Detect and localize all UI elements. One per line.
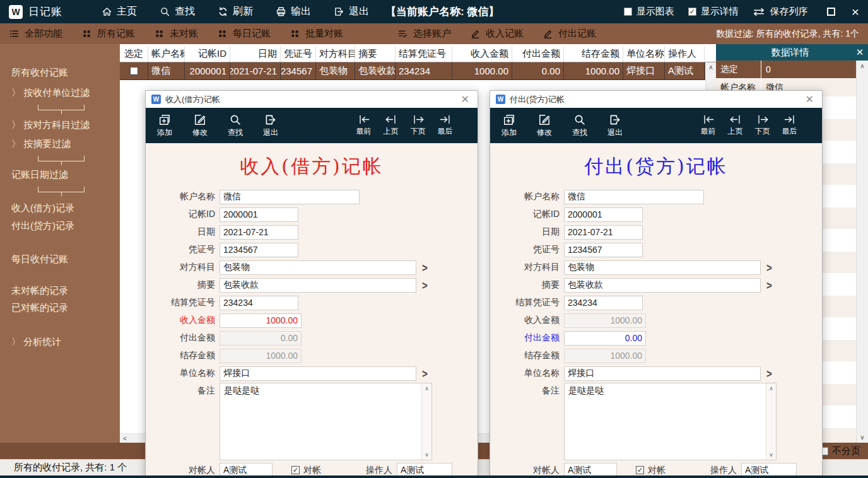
field-unit-name-input[interactable]: 焊接口 — [564, 366, 761, 381]
toolbar-expense-entry[interactable]: 付出记账 — [542, 28, 596, 40]
chevron-right-icon[interactable]: > — [422, 366, 428, 380]
field-unit-name-input[interactable]: 焊接口 — [220, 366, 416, 381]
expense-dialog-add-button[interactable]: 添加 — [491, 114, 527, 138]
field-income-amount-input[interactable]: 1000.00 — [220, 313, 302, 328]
toolbar-batch-reconcile[interactable]: 批量对账 — [290, 28, 343, 40]
chevron-right-icon[interactable]: > — [422, 260, 428, 274]
toolbar-unreconciled[interactable]: 未对账 — [154, 28, 198, 40]
column-header-3[interactable]: 日期 — [230, 46, 281, 62]
field-note-input[interactable]: 是哒是哒∧∨ — [220, 383, 432, 460]
column-header-5[interactable]: 对方科目 — [316, 46, 355, 62]
field-voucher-no-input[interactable]: 1234567 — [564, 243, 643, 257]
field-date-input[interactable]: 2021-07-21 — [564, 225, 643, 240]
column-header-10[interactable]: 结存金额 — [564, 46, 623, 62]
table-row[interactable]: 微信20000012021-07-211234567包装物包装收款2342341… — [120, 62, 716, 80]
row-select-checkbox[interactable] — [130, 67, 138, 75]
expense-dialog-titlebar[interactable]: W付出(贷方)记帐✕ — [490, 91, 822, 108]
field-summary-input[interactable]: 包装收款 — [220, 278, 416, 293]
field-voucher-no-input[interactable]: 1234567 — [220, 243, 298, 257]
show-detail-checkbox[interactable]: 显示详情 — [688, 6, 739, 18]
income-dialog-add-button[interactable]: 添加 — [147, 114, 182, 138]
sidebar-item-0[interactable]: 所有收付记账 — [11, 66, 120, 79]
expense-dialog-first-button[interactable]: 最前 — [695, 114, 722, 137]
column-header-2[interactable]: 记帐ID — [185, 46, 230, 62]
toolbar-all-functions[interactable]: 全部功能 — [9, 28, 62, 40]
menu-find[interactable]: 查找 — [160, 5, 195, 18]
note-scrollbar[interactable]: ∧∨ — [421, 383, 431, 460]
column-header-4[interactable]: 凭证号 — [281, 46, 316, 62]
field-settle-voucher-no-input[interactable]: 234234 — [220, 296, 298, 310]
detail-panel-scrollbar[interactable]: ∧∨ — [856, 61, 868, 443]
column-header-11[interactable]: 单位名称 — [623, 46, 665, 62]
expense-dialog-next-button[interactable]: 下页 — [749, 114, 776, 137]
column-header-12[interactable]: 操作人 — [665, 46, 705, 62]
column-header-7[interactable]: 结算凭证号 — [396, 46, 452, 62]
toolbar-daily-entries[interactable]: 每日记账 — [217, 28, 271, 40]
detail-panel-close-icon[interactable]: ✕ — [852, 47, 868, 58]
status-text: 所有的收付记录, 共有: 1 个 — [14, 462, 127, 474]
field-expense-amount-input[interactable]: 0.00 — [564, 331, 646, 346]
menu-output[interactable]: 输出 — [276, 5, 311, 18]
expense-dialog-edit-button[interactable]: 修改 — [527, 114, 562, 138]
expense-dialog-exit-button[interactable]: 退出 — [597, 114, 633, 138]
sidebar-item-4[interactable]: 记账日期过滤 — [11, 168, 120, 181]
reconciled-checkbox[interactable]: 对帐 — [636, 465, 666, 476]
income-dialog-edit-button[interactable]: 修改 — [182, 114, 218, 138]
field-date-input[interactable]: 2021-07-21 — [220, 225, 298, 240]
close-window-button[interactable]: × — [852, 6, 859, 18]
income-dialog-find-button[interactable]: 查找 — [218, 114, 253, 138]
column-header-0[interactable]: 选定 — [120, 46, 148, 62]
maximize-button[interactable] — [827, 8, 835, 16]
field-settle-voucher-no-input[interactable]: 234234 — [564, 296, 643, 310]
menu-home[interactable]: 主页 — [102, 5, 137, 18]
reconciled-checkbox[interactable]: 对帐 — [291, 465, 321, 476]
sidebar-item-10[interactable]: 〉 分析统计 — [11, 335, 120, 348]
field-entry-id-input[interactable]: 2000001 — [564, 207, 643, 222]
sidebar-item-1[interactable]: 〉 按收付单位过滤 — [11, 86, 120, 99]
sidebar-item-8[interactable]: 未对帐的记录 — [11, 284, 120, 297]
chevron-right-icon[interactable]: > — [766, 260, 772, 274]
chevron-right-icon[interactable]: > — [422, 278, 428, 291]
expense-dialog-last-button[interactable]: 最后 — [776, 114, 803, 137]
income-dialog-last-button[interactable]: 最后 — [431, 114, 459, 137]
field-counter-subject-input[interactable]: 包装物 — [220, 260, 416, 275]
menu-refresh[interactable]: 刷新 — [218, 5, 253, 18]
income-dialog-next-button[interactable]: 下页 — [404, 114, 431, 137]
income-dialog-titlebar[interactable]: W收入(借方)记帐✕ — [146, 91, 478, 108]
field-account-name-input[interactable]: 微信 — [220, 190, 360, 204]
sidebar-item-5[interactable]: 收入(借方)记录 — [11, 201, 120, 214]
no-paging-checkbox[interactable]: 不分页 — [820, 445, 860, 457]
field-account-name-input[interactable]: 微信 — [564, 190, 704, 204]
toolbar-all-entries[interactable]: 所有记账 — [81, 28, 135, 40]
menu-exit[interactable]: 退出 — [334, 5, 369, 18]
chevron-right-icon[interactable]: > — [766, 278, 772, 291]
expense-dialog-close-icon[interactable]: ✕ — [803, 95, 816, 105]
field-entry-id-input[interactable]: 2000001 — [220, 207, 298, 222]
toolbar-select-account[interactable]: 选择账户 — [397, 28, 451, 40]
field-note-input[interactable]: 是哒是哒∧∨ — [564, 383, 777, 460]
column-header-9[interactable]: 付出金额 — [512, 46, 564, 62]
expense-dialog-find-button[interactable]: 查找 — [562, 114, 597, 138]
column-header-6[interactable]: 摘要 — [355, 46, 396, 62]
no-paging-label: 不分页 — [832, 445, 860, 457]
column-header-1[interactable]: 帐户名称 — [148, 46, 185, 62]
sidebar-item-9[interactable]: 已对帐的记录 — [11, 301, 120, 314]
search-icon — [573, 114, 586, 126]
sidebar-item-3[interactable]: 〉 按摘要过滤 — [11, 137, 120, 150]
sidebar-item-6[interactable]: 付出(贷方)记录 — [11, 219, 120, 232]
field-summary-input[interactable]: 包装收款 — [564, 278, 761, 293]
toolbar-income-entry[interactable]: 收入记账 — [470, 28, 524, 40]
income-dialog-prev-button[interactable]: 上页 — [377, 114, 404, 137]
save-column-order-button[interactable]: 保存列序 — [753, 6, 808, 18]
show-chart-checkbox[interactable]: 显示图表 — [624, 6, 674, 18]
income-dialog-exit-button[interactable]: 退出 — [253, 114, 288, 138]
note-scrollbar[interactable]: ∧∨ — [766, 383, 776, 460]
chevron-right-icon[interactable]: > — [766, 366, 772, 380]
sidebar-item-7[interactable]: 每日收付记账 — [11, 252, 120, 265]
field-counter-subject-input[interactable]: 包装物 — [564, 260, 761, 275]
expense-dialog-prev-button[interactable]: 上页 — [722, 114, 749, 137]
income-dialog-close-icon[interactable]: ✕ — [459, 95, 472, 105]
sidebar-item-2[interactable]: 〉 按对方科目过滤 — [11, 118, 120, 131]
income-dialog-first-button[interactable]: 最前 — [350, 114, 377, 137]
column-header-8[interactable]: 收入金额 — [452, 46, 512, 62]
